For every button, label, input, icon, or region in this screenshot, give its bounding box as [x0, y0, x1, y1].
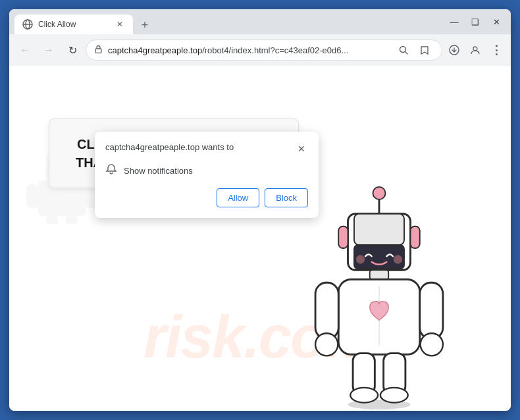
profile-icon-button[interactable]: [466, 41, 484, 59]
tab-title: Click Allow: [38, 20, 109, 29]
notification-label: Show notifications: [124, 166, 193, 176]
url-path: /robot4/index.html?c=c43eaf02-e0d6...: [202, 45, 348, 55]
svg-point-33: [350, 388, 378, 403]
active-tab[interactable]: Click Allow ✕: [14, 14, 133, 34]
address-bar-icons: [394, 41, 434, 59]
notification-popup: captcha4greatpeaple.top wants to ✕ Show …: [95, 132, 319, 218]
bell-icon: [105, 163, 117, 178]
url-text: captcha4greatpeaple.top/robot4/index.htm…: [108, 45, 389, 55]
tab-close-button[interactable]: ✕: [115, 19, 125, 30]
title-bar: Click Allow ✕ + — ❑ ✕: [9, 9, 511, 34]
new-tab-button[interactable]: +: [136, 16, 154, 34]
toolbar-icons: ⋮: [445, 41, 506, 59]
svg-rect-3: [95, 49, 101, 53]
svg-rect-24: [370, 270, 389, 279]
svg-rect-14: [46, 216, 58, 224]
maximize-button[interactable]: ❑: [466, 13, 484, 31]
close-button[interactable]: ✕: [487, 13, 506, 31]
allow-button[interactable]: Allow: [217, 188, 259, 207]
svg-rect-35: [338, 226, 348, 248]
svg-point-29: [315, 333, 338, 355]
popup-site-text: captcha4greatpeaple.top wants to: [105, 142, 295, 152]
svg-rect-12: [26, 184, 38, 208]
block-button[interactable]: Block: [265, 188, 308, 207]
url-domain: captcha4greatpeaple.top: [108, 45, 202, 55]
popup-buttons: Allow Block: [105, 188, 308, 207]
page-content: risk.com CLICK «ALLOW» TO CONFIRM THAT Y…: [9, 66, 511, 411]
minimize-button[interactable]: —: [445, 13, 463, 31]
tab-favicon-icon: [22, 19, 33, 30]
svg-rect-20: [354, 214, 404, 246]
svg-rect-36: [411, 226, 420, 248]
popup-notification-row: Show notifications: [105, 163, 308, 178]
bookmark-icon-button[interactable]: [415, 41, 434, 59]
lock-icon: [94, 45, 103, 55]
svg-rect-27: [315, 282, 338, 339]
download-icon-button[interactable]: [445, 41, 463, 59]
svg-point-22: [356, 255, 365, 263]
browser-window: Click Allow ✕ + — ❑ ✕ ← → ↻ captcha4grea…: [9, 9, 511, 411]
svg-point-34: [380, 388, 408, 403]
address-bar[interactable]: captcha4greatpeaple.top/robot4/index.htm…: [86, 39, 442, 61]
window-controls: — ❑ ✕: [445, 13, 506, 31]
svg-point-7: [473, 47, 477, 51]
popup-header: captcha4greatpeaple.top wants to ✕: [105, 142, 308, 155]
menu-icon-button[interactable]: ⋮: [487, 41, 506, 59]
back-button[interactable]: ←: [14, 39, 36, 61]
svg-rect-15: [66, 216, 78, 224]
refresh-button[interactable]: ↻: [62, 39, 83, 61]
svg-rect-28: [420, 282, 443, 339]
nav-bar: ← → ↻ captcha4greatpeaple.top/robot4/ind…: [9, 34, 511, 66]
forward-button[interactable]: →: [38, 39, 59, 61]
svg-point-18: [373, 187, 386, 199]
search-icon-button[interactable]: [394, 41, 413, 59]
popup-close-button[interactable]: ✕: [295, 142, 308, 155]
svg-point-30: [421, 333, 443, 355]
svg-line-5: [405, 52, 408, 55]
tab-area: Click Allow ✕ +: [14, 9, 445, 34]
svg-point-23: [394, 255, 402, 263]
